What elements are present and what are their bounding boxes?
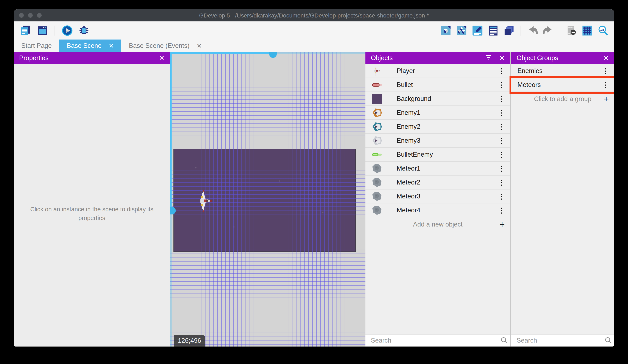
- kebab-menu-icon[interactable]: ⋮: [496, 162, 507, 175]
- object-label: Meteor4: [397, 207, 420, 214]
- object-groups-panel-header: Object Groups ✕: [511, 52, 614, 64]
- close-icon[interactable]: ✕: [499, 54, 505, 62]
- object-row-enemy1[interactable]: Enemy1⋮: [365, 106, 510, 120]
- object-label: Enemy2: [397, 123, 420, 130]
- plus-icon[interactable]: +: [603, 94, 609, 104]
- mask-icon[interactable]: [565, 25, 578, 37]
- close-icon[interactable]: ✕: [159, 54, 164, 62]
- bullet-icon: [371, 79, 383, 90]
- tab-start-page[interactable]: Start Page: [14, 40, 59, 52]
- filter-icon[interactable]: [485, 54, 492, 62]
- group-label: Enemies: [517, 67, 543, 75]
- object-label: Enemy1: [397, 109, 420, 117]
- window-title: GDevelop 5 - /Users/dkarakay/Documents/G…: [14, 12, 614, 19]
- object-label: Meteor1: [397, 165, 420, 172]
- background-icon: [371, 93, 383, 104]
- object-row-enemy2[interactable]: Enemy2⋮: [365, 120, 510, 134]
- instances-list-icon[interactable]: [487, 25, 499, 37]
- object-label: Bullet: [397, 81, 413, 89]
- object-icon[interactable]: [440, 25, 452, 37]
- groups-search-input[interactable]: [511, 337, 603, 344]
- tab-base-scene[interactable]: Base Scene✕: [59, 40, 121, 52]
- zoom-1-1-icon[interactable]: 1:1: [597, 25, 609, 37]
- add-group-button[interactable]: Click to add a group+: [511, 92, 614, 106]
- properties-panel-header: Properties ✕: [14, 52, 170, 64]
- toolbar-right-group: 1:1: [440, 25, 614, 37]
- kebab-menu-icon[interactable]: ⋮: [496, 189, 507, 203]
- grid-icon[interactable]: [581, 25, 593, 37]
- kebab-menu-icon[interactable]: ⋮: [496, 120, 507, 133]
- tab-base-scene-events-[interactable]: Base Scene (Events)✕: [121, 40, 209, 52]
- object-label: Meteor3: [397, 193, 420, 200]
- object-groups-list: Enemies⋮Meteors⋮Click to add a group+: [511, 64, 614, 106]
- undo-icon[interactable]: [526, 25, 539, 37]
- objects-panel: Objects ✕ Player⋮Bullet⋮Background⋮ Enem…: [365, 52, 510, 347]
- kebab-menu-icon[interactable]: ⋮: [600, 78, 611, 92]
- kebab-menu-icon[interactable]: ⋮: [496, 106, 507, 120]
- horizontal-scrollbar-handle[interactable]: [269, 52, 277, 58]
- objects-panel-title: Objects: [371, 54, 393, 62]
- groups-search-bar: [511, 334, 614, 346]
- search-icon: [603, 335, 614, 346]
- enemy1-icon: [371, 107, 383, 118]
- meteor-icon: [371, 163, 383, 174]
- objects-panel-header: Objects ✕: [365, 52, 510, 64]
- kebab-menu-icon[interactable]: ⋮: [496, 92, 507, 106]
- object-groups-icon[interactable]: [456, 25, 468, 37]
- scene-editor-canvas[interactable]: 126;496: [170, 52, 365, 347]
- object-row-meteor1[interactable]: Meteor1⋮: [365, 162, 510, 176]
- objects-list: Player⋮Bullet⋮Background⋮ Enemy1⋮ Enemy2…: [365, 64, 510, 231]
- kebab-menu-icon[interactable]: ⋮: [496, 134, 507, 147]
- search-icon: [498, 335, 510, 346]
- main-toolbar: 1:1: [14, 21, 614, 40]
- object-row-meteor2[interactable]: Meteor2⋮: [365, 176, 510, 189]
- kebab-menu-icon[interactable]: ⋮: [496, 203, 507, 217]
- properties-empty-message: Click on an instance in the scene to dis…: [26, 205, 157, 222]
- tab-label: Base Scene: [67, 42, 101, 50]
- kebab-menu-icon[interactable]: ⋮: [496, 64, 507, 78]
- group-row-enemies[interactable]: Enemies⋮: [511, 64, 614, 78]
- kebab-menu-icon[interactable]: ⋮: [496, 176, 507, 189]
- kebab-menu-icon[interactable]: ⋮: [496, 78, 507, 92]
- group-label: Meteors: [517, 81, 541, 89]
- player-instance[interactable]: [198, 190, 213, 212]
- close-icon[interactable]: ✕: [109, 42, 114, 50]
- layers-icon[interactable]: [503, 25, 515, 37]
- tab-label: Start Page: [21, 42, 52, 50]
- object-row-background[interactable]: Background⋮: [365, 92, 510, 106]
- cursor-coordinates: 126;496: [174, 335, 205, 347]
- plus-icon[interactable]: +: [499, 219, 505, 230]
- object-row-meteor4[interactable]: Meteor4⋮: [365, 203, 510, 217]
- vertical-scrollbar-fill: [170, 52, 171, 210]
- edit-properties-icon[interactable]: [471, 25, 483, 37]
- kebab-menu-icon[interactable]: ⋮: [496, 148, 507, 161]
- scene-editor-icon[interactable]: [36, 25, 48, 37]
- kebab-menu-icon[interactable]: ⋮: [600, 64, 611, 78]
- objects-search-input[interactable]: [365, 337, 498, 344]
- add-object-label: Add a new object: [413, 221, 463, 228]
- tab-bar: Start PageBase Scene✕Base Scene (Events)…: [14, 40, 614, 52]
- object-row-enemy3[interactable]: Enemy3⋮: [365, 134, 510, 148]
- object-label: Enemy3: [397, 137, 420, 144]
- close-icon[interactable]: ✕: [603, 54, 609, 62]
- object-groups-panel: Object Groups ✕ Enemies⋮Meteors⋮Click to…: [511, 52, 614, 347]
- title-bar: GDevelop 5 - /Users/dkarakay/Documents/G…: [14, 9, 614, 21]
- group-row-meteors[interactable]: Meteors⋮: [511, 78, 614, 92]
- close-icon[interactable]: ✕: [197, 42, 202, 50]
- meteor-icon: [371, 177, 383, 188]
- object-row-bullet[interactable]: Bullet⋮: [365, 78, 510, 92]
- add-new-object-button[interactable]: Add a new object+: [365, 217, 510, 231]
- gdevelop-window: GDevelop 5 - /Users/dkarakay/Documents/G…: [14, 9, 614, 347]
- properties-panel: Properties ✕ Click on an instance in the…: [14, 52, 170, 347]
- object-row-meteor3[interactable]: Meteor3⋮: [365, 189, 510, 203]
- debug-icon[interactable]: [78, 25, 90, 37]
- object-row-bulletenemy[interactable]: BulletEnemy⋮: [365, 148, 510, 162]
- object-row-player[interactable]: Player⋮: [365, 64, 510, 78]
- toolbar-divider: [521, 26, 521, 36]
- object-label: Player: [397, 67, 415, 75]
- redo-icon[interactable]: [542, 25, 554, 37]
- add-group-label: Click to add a group: [534, 95, 592, 103]
- project-manager-icon[interactable]: [20, 25, 32, 37]
- meteor-icon: [371, 191, 383, 202]
- play-icon[interactable]: [61, 25, 73, 37]
